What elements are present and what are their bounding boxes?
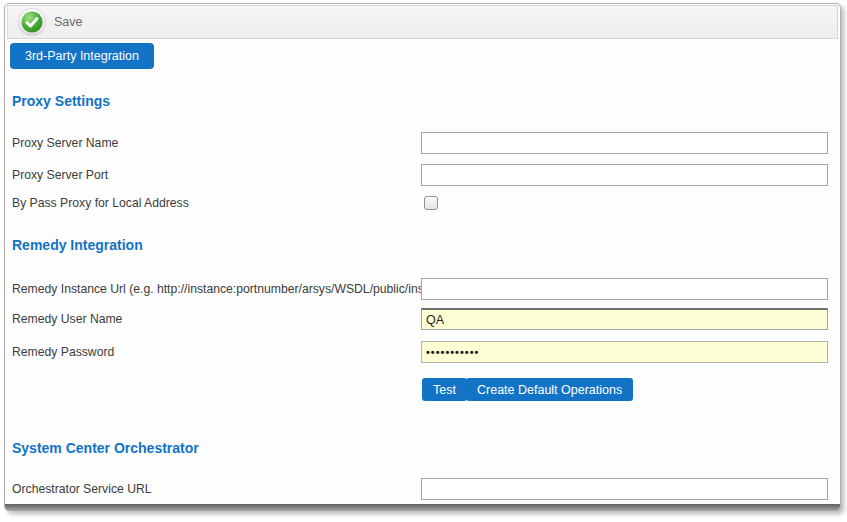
label-proxy-server-port: Proxy Server Port — [12, 164, 108, 186]
remedy-password-input[interactable] — [421, 341, 828, 363]
label-remedy-password: Remedy Password — [12, 341, 114, 363]
test-button[interactable]: Test — [422, 378, 467, 401]
save-button[interactable]: Save — [19, 9, 83, 35]
label-remedy-user-name: Remedy User Name — [12, 308, 122, 330]
label-remedy-instance-url: Remedy Instance Url (e.g. http://instanc… — [12, 278, 458, 300]
label-proxy-server-name: Proxy Server Name — [12, 132, 118, 154]
remedy-instance-url-input[interactable] — [421, 278, 828, 300]
proxy-server-port-input[interactable] — [421, 164, 828, 186]
proxy-server-name-input[interactable] — [421, 132, 828, 154]
settings-window: Save 3rd-Party Integration Proxy Setting… — [4, 3, 841, 511]
label-orchestrator-service-url: Orchestrator Service URL — [12, 478, 152, 500]
remedy-user-name-input[interactable] — [421, 308, 828, 330]
section-title-system-center-orchestrator: System Center Orchestrator — [12, 440, 199, 456]
tab-3rd-party-integration[interactable]: 3rd-Party Integration — [10, 43, 154, 69]
window-bottom-edge — [5, 504, 840, 511]
save-label: Save — [54, 15, 83, 29]
toolbar: Save — [7, 5, 838, 39]
tab-strip: 3rd-Party Integration — [10, 43, 154, 69]
orchestrator-service-url-input[interactable] — [421, 478, 828, 500]
create-default-operations-button[interactable]: Create Default Operations — [466, 378, 633, 401]
save-check-icon — [19, 9, 45, 35]
label-bypass-proxy: By Pass Proxy for Local Address — [12, 192, 189, 214]
bypass-proxy-checkbox[interactable] — [424, 196, 438, 210]
section-title-proxy-settings: Proxy Settings — [12, 93, 110, 109]
section-title-remedy-integration: Remedy Integration — [12, 237, 143, 253]
